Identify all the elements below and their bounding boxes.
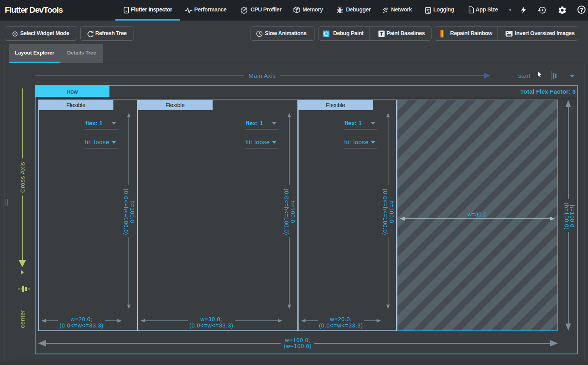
svg-text:h=100.0: h=100.0 (290, 201, 296, 223)
svg-text:(0.0<=w<=33.3): (0.0<=w<=33.3) (189, 322, 233, 329)
svg-text:(0.0<=h<=100.0): (0.0<=h<=100.0) (283, 189, 290, 235)
svg-text:fit: loose: fit: loose (245, 139, 270, 145)
svg-text:(h=100.0): (h=100.0) (564, 203, 570, 230)
svg-text:fit: loose: fit: loose (85, 139, 109, 145)
svg-text:h=100.0: h=100.0 (129, 201, 136, 223)
svg-text:w=20.0;: w=20.0; (70, 316, 93, 322)
svg-text:Flexible: Flexible (66, 102, 85, 108)
svg-text:w=20.0;: w=20.0; (330, 316, 352, 322)
svg-text:h=100.0: h=100.0 (388, 201, 395, 223)
svg-text:start: start (518, 72, 531, 79)
svg-text:(0.0<=h<=100.0): (0.0<=h<=100.0) (382, 189, 388, 235)
svg-text:h=100.0: h=100.0 (569, 205, 575, 228)
svg-text:(0.0<=h<=100.0): (0.0<=h<=100.0) (123, 189, 129, 235)
svg-text:w=30.0: w=30.0 (467, 211, 487, 218)
svg-text:center: center (19, 310, 26, 328)
svg-text:Cross Axis: Cross Axis (19, 162, 26, 193)
svg-text:(w=100.0): (w=100.0) (284, 343, 312, 349)
svg-text:Total Flex Factor: 3: Total Flex Factor: 3 (520, 88, 576, 95)
svg-text:Flexible: Flexible (166, 102, 185, 108)
svg-text:flex: 1: flex: 1 (85, 120, 102, 126)
svg-text:w=30.0;: w=30.0; (200, 316, 222, 322)
svg-text:flex: 1: flex: 1 (246, 120, 263, 126)
svg-text:Flexible: Flexible (326, 102, 345, 108)
svg-text:Main Axis: Main Axis (249, 72, 276, 79)
svg-text:Row: Row (66, 88, 78, 95)
svg-text:(0.0<=w<=33.3): (0.0<=w<=33.3) (319, 322, 363, 329)
svg-text:flex: 1: flex: 1 (345, 120, 362, 126)
svg-text:(0.0<=w<=33.3): (0.0<=w<=33.3) (60, 322, 104, 329)
svg-text:fit: loose: fit: loose (344, 139, 369, 145)
